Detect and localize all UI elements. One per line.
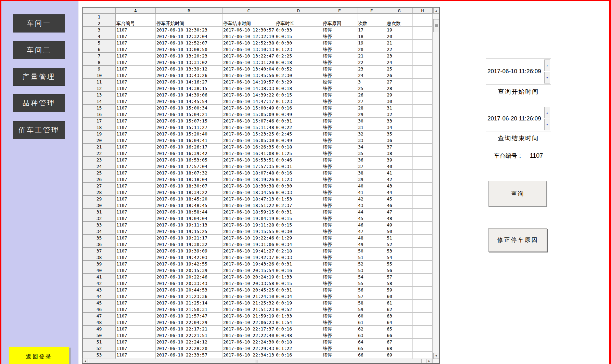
cell[interactable]: 0:0:15 bbox=[275, 33, 322, 40]
cell[interactable]: 20 bbox=[386, 33, 413, 40]
cell[interactable]: 1107 bbox=[116, 287, 156, 293]
cell[interactable]: 停车开始时间 bbox=[156, 20, 222, 27]
cell[interactable]: 1107 bbox=[116, 274, 156, 280]
cell[interactable]: 0:2:37 bbox=[275, 202, 322, 209]
cell[interactable]: 总次数 bbox=[386, 20, 413, 27]
cell[interactable]: 37 bbox=[386, 144, 413, 150]
cell[interactable]: 2017-06-10 16:41:08 bbox=[222, 150, 275, 157]
cell[interactable] bbox=[413, 293, 433, 300]
cell[interactable] bbox=[413, 267, 433, 274]
cell[interactable]: 45 bbox=[386, 196, 413, 202]
cell[interactable]: 1107 bbox=[116, 124, 156, 131]
cell[interactable]: 2017-06-10 19:42:03 bbox=[156, 254, 222, 261]
row-header[interactable]: 44 bbox=[83, 293, 116, 300]
cell[interactable]: 0:1:33 bbox=[275, 313, 322, 319]
cell[interactable]: 2017-06-10 17:57:35 bbox=[222, 163, 275, 170]
row-header[interactable]: 35 bbox=[83, 235, 116, 241]
select-all-corner[interactable] bbox=[83, 8, 116, 14]
cell[interactable]: 0:0:16 bbox=[275, 267, 322, 274]
row-header[interactable]: 9 bbox=[83, 66, 116, 72]
row-header[interactable]: 22 bbox=[83, 150, 116, 157]
cell[interactable]: 0:0:30 bbox=[275, 40, 322, 46]
cell[interactable]: 57 bbox=[357, 293, 386, 300]
cell[interactable]: 纬停 bbox=[322, 202, 357, 209]
cell[interactable]: 23 bbox=[357, 66, 386, 72]
cell[interactable]: 2017-06-10 19:15:25 bbox=[156, 228, 222, 235]
end-time-up-button[interactable]: ▲ bbox=[544, 107, 550, 118]
cell[interactable]: 43 bbox=[386, 183, 413, 189]
row-header[interactable]: 3 bbox=[83, 27, 116, 33]
cell[interactable]: 2017-06-10 20:24:19 bbox=[222, 274, 275, 280]
cell[interactable]: 65 bbox=[357, 345, 386, 352]
cell[interactable]: 2017-06-10 20:44:53 bbox=[156, 287, 222, 293]
cell[interactable]: 2017-06-10 22:17:37 bbox=[222, 326, 275, 332]
cell[interactable]: 1107 bbox=[116, 313, 156, 319]
cell[interactable]: 2017-06-10 22:24:30 bbox=[222, 339, 275, 345]
cell[interactable]: 21 bbox=[357, 53, 386, 59]
cell[interactable]: 19 bbox=[357, 40, 386, 46]
cell[interactable]: 1107 bbox=[116, 248, 156, 254]
cell[interactable]: 2017-06-10 19:39:09 bbox=[156, 248, 222, 254]
cell[interactable] bbox=[413, 261, 433, 267]
cell[interactable]: 2017-06-10 19:15:55 bbox=[222, 228, 275, 235]
cell[interactable]: 3 bbox=[357, 79, 386, 85]
cell[interactable]: 2017-06-10 15:05:09 bbox=[222, 111, 275, 118]
cell[interactable]: 1107 bbox=[116, 300, 156, 306]
cell[interactable]: 41 bbox=[357, 189, 386, 196]
cell[interactable]: 24 bbox=[357, 72, 386, 79]
row-header[interactable]: 14 bbox=[83, 98, 116, 105]
cell[interactable]: 2017-06-10 14:45:54 bbox=[156, 98, 222, 105]
cell[interactable]: 60 bbox=[357, 313, 386, 319]
cell[interactable]: 28 bbox=[386, 85, 413, 92]
row-header[interactable]: 52 bbox=[83, 345, 116, 352]
cell[interactable]: 44 bbox=[386, 189, 413, 196]
cell[interactable]: 2017-06-10 18:51:22 bbox=[222, 202, 275, 209]
row-header[interactable]: 25 bbox=[83, 170, 116, 176]
cell[interactable]: 纬停 bbox=[322, 235, 357, 241]
cell[interactable]: 纬停 bbox=[322, 53, 357, 59]
cell[interactable]: 纬停 bbox=[322, 222, 357, 228]
row-header[interactable]: 7 bbox=[83, 53, 116, 59]
row-header[interactable]: 49 bbox=[83, 326, 116, 332]
row-header[interactable]: 28 bbox=[83, 189, 116, 196]
cell[interactable] bbox=[386, 14, 413, 20]
cell[interactable]: 35 bbox=[386, 131, 413, 137]
cell[interactable] bbox=[413, 319, 433, 326]
cell[interactable]: 1107 bbox=[116, 202, 156, 209]
cell[interactable]: 2017-06-10 22:34:13 bbox=[222, 352, 275, 358]
cell[interactable]: 2017-06-10 16:39:42 bbox=[156, 150, 222, 157]
cell[interactable]: 32 bbox=[386, 111, 413, 118]
cell[interactable]: 0:0:15 bbox=[275, 280, 322, 287]
cell[interactable]: 1107 bbox=[116, 319, 156, 326]
cell[interactable]: 68 bbox=[386, 345, 413, 352]
cell[interactable]: 34 bbox=[386, 124, 413, 131]
cell[interactable]: 纬停 bbox=[322, 189, 357, 196]
cell[interactable]: 43 bbox=[357, 202, 386, 209]
cell[interactable]: 25 bbox=[386, 66, 413, 72]
cell[interactable]: 纬停 bbox=[322, 248, 357, 254]
cell[interactable] bbox=[413, 235, 433, 241]
cell[interactable]: 2017-06-10 18:47:13 bbox=[222, 196, 275, 202]
column-header-e[interactable]: E bbox=[322, 8, 357, 14]
cell[interactable]: 纬停 bbox=[322, 241, 357, 248]
cell[interactable]: 2017-06-10 19:43:26 bbox=[222, 261, 275, 267]
cell[interactable]: 停车原因 bbox=[322, 20, 357, 27]
cell[interactable] bbox=[413, 46, 433, 53]
cell[interactable]: 1107 bbox=[116, 241, 156, 248]
cell[interactable]: 2017-06-10 12:32:19 bbox=[222, 33, 275, 40]
vertical-scrollbar[interactable]: ▲ ▼ bbox=[433, 8, 439, 363]
cell[interactable]: 2017-06-10 13:45:56 bbox=[222, 72, 275, 79]
cell[interactable]: 纬停 bbox=[322, 267, 357, 274]
cell[interactable]: 1107 bbox=[116, 196, 156, 202]
end-time-picker[interactable]: 2017-06-20 11:26:09 ▲ ▼ bbox=[486, 106, 551, 131]
cell[interactable]: 44 bbox=[357, 209, 386, 215]
cell[interactable]: 纬停 bbox=[322, 261, 357, 267]
cell[interactable]: 1107 bbox=[116, 98, 156, 105]
cell[interactable]: 2017-06-10 12:52:38 bbox=[222, 40, 275, 46]
cell[interactable]: 27 bbox=[357, 98, 386, 105]
cell[interactable]: 0:0:31 bbox=[275, 163, 322, 170]
cell[interactable]: 42 bbox=[357, 196, 386, 202]
cell[interactable]: 纬停 bbox=[322, 345, 357, 352]
cell[interactable]: 2017-06-10 20:15:54 bbox=[222, 267, 275, 274]
cell[interactable]: 纬停 bbox=[322, 215, 357, 222]
